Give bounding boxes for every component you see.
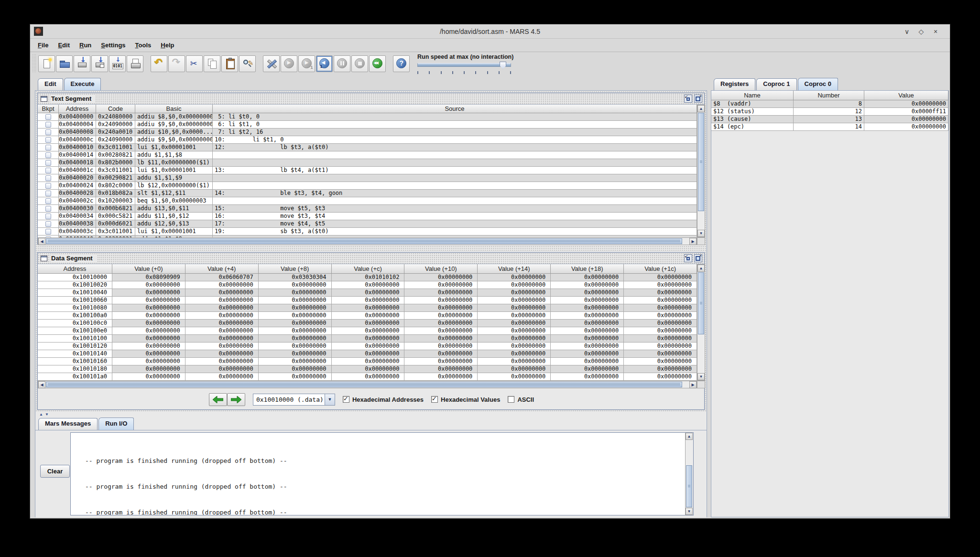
value-cell[interactable]: 0x00000000 — [404, 373, 478, 381]
value-cell[interactable]: 0x00000000 — [624, 274, 697, 281]
value-cell[interactable]: 0x00000000 — [332, 335, 405, 343]
breakpoint-checkbox[interactable] — [45, 214, 51, 219]
value-cell[interactable]: 0x00000000 — [112, 281, 185, 289]
value-cell[interactable]: 0x00000000 — [185, 304, 259, 312]
splitter-expand-icon[interactable]: ▼ — [45, 412, 49, 417]
code-cell[interactable]: 0x018b082a — [96, 190, 135, 197]
data-segment-title-bar[interactable]: Data Segment ↙ ↗ — [38, 253, 704, 264]
column-header-value-1[interactable]: Value (+0) — [112, 264, 185, 274]
breakpoint-checkbox[interactable] — [45, 229, 51, 235]
column-header-value-2[interactable]: Value (+4) — [185, 264, 259, 274]
breakpoint-checkbox[interactable] — [45, 175, 51, 181]
breakpoint-checkbox[interactable] — [45, 183, 51, 189]
value-cell[interactable]: 0x00000000 — [112, 320, 185, 327]
value-cell[interactable]: 0x00000000 — [112, 297, 185, 304]
value-cell[interactable]: 0x00000000 — [185, 335, 259, 343]
value-cell[interactable]: 0x00000000 — [624, 304, 697, 312]
value-cell[interactable]: 0x00000000 — [478, 358, 551, 365]
maximize-icon[interactable]: ↗ — [694, 95, 702, 103]
menu-tools[interactable]: Tools — [131, 39, 156, 52]
value-cell[interactable]: 0x00000000 — [624, 373, 697, 381]
value-cell[interactable]: 0x00000000 — [551, 343, 624, 350]
breakpoint-checkbox[interactable] — [45, 160, 51, 166]
code-cell[interactable]: 0x24090000 — [96, 136, 135, 144]
value-cell[interactable]: 0x00000000 — [259, 289, 332, 297]
copy-button[interactable] — [204, 55, 220, 72]
checkbox-box[interactable] — [508, 396, 514, 403]
value-cell[interactable]: 0x00000000 — [404, 327, 478, 335]
value-cell[interactable]: 0x00000000 — [259, 297, 332, 304]
chevron-down-icon[interactable]: ▼ — [325, 394, 335, 405]
value-cell[interactable]: 0x00000000 — [185, 312, 259, 320]
value-cell[interactable]: 0x00000000 — [624, 343, 697, 350]
basic-cell[interactable]: lb $11,0x00000000($1) — [135, 159, 213, 167]
tab-run-io[interactable]: Run I/O — [98, 418, 134, 430]
column-header-bkpt[interactable]: Bkpt — [38, 105, 59, 113]
column-header-value-3[interactable]: Value (+8) — [259, 264, 332, 274]
redo-button[interactable] — [168, 55, 185, 72]
value-cell[interactable]: 0x00000000 — [551, 281, 624, 289]
value-cell[interactable]: 0x00000000 — [478, 365, 551, 373]
value-cell[interactable]: 0x00000000 — [112, 335, 185, 343]
text-segment-vertical-scrollbar[interactable]: ▲ ▼ — [697, 105, 705, 237]
breakpoint-checkbox[interactable] — [45, 145, 51, 150]
value-cell[interactable]: 0x00000000 — [551, 274, 624, 281]
value-cell[interactable]: 0x00000000 — [112, 304, 185, 312]
value-cell[interactable]: 0x03030304 — [259, 274, 332, 281]
maximize-icon[interactable]: ↗ — [694, 254, 702, 262]
value-cell[interactable]: 0x00000000 — [185, 327, 259, 335]
column-header-value-7[interactable]: Value (+18) — [551, 264, 624, 274]
open-file-button[interactable] — [56, 55, 73, 72]
prev-address-button[interactable] — [209, 393, 227, 406]
reset-button[interactable] — [369, 55, 386, 72]
basic-cell[interactable]: addiu $8,$0,0x00000000 — [135, 113, 213, 121]
value-cell[interactable]: 0x00000000 — [551, 373, 624, 381]
value-cell[interactable]: 0x00000000 — [404, 350, 478, 358]
value-cell[interactable]: 0x00000000 — [112, 343, 185, 350]
value-cell[interactable]: 0x00000000 — [404, 320, 478, 327]
value-cell[interactable]: 0x00000000 — [332, 365, 405, 373]
slider-thumb[interactable] — [500, 62, 506, 69]
breakpoint-checkbox[interactable] — [45, 221, 51, 227]
tab-mars-messages[interactable]: Mars Messages — [38, 418, 98, 430]
value-cell[interactable]: 0x00000000 — [404, 312, 478, 320]
value-cell[interactable]: 0x00000000 — [478, 327, 551, 335]
menu-edit[interactable]: Edit — [53, 39, 75, 52]
value-cell[interactable]: 0x00000000 — [551, 320, 624, 327]
console-output[interactable]: -- program is finished running (dropped … — [70, 432, 694, 515]
value-cell[interactable]: 0x00000000 — [478, 312, 551, 320]
scroll-left-button[interactable]: ◀ — [38, 238, 45, 245]
text-segment-title-bar[interactable]: Text Segment ↙ ↗ — [38, 93, 704, 105]
run-speed-slider[interactable] — [417, 62, 511, 69]
value-cell[interactable]: 0x00000000 — [185, 297, 259, 304]
code-cell[interactable]: 0x3c011001 — [96, 228, 135, 236]
vertical-scroll-thumb[interactable] — [698, 272, 704, 334]
register-value-cell[interactable]: 0x00000000 — [864, 116, 948, 123]
checkbox-hexadecimal-addresses[interactable]: Hexadecimal Addresses — [343, 396, 424, 403]
code-cell[interactable]: 0x3c011001 — [96, 167, 135, 174]
value-cell[interactable]: 0x00000000 — [112, 327, 185, 335]
value-cell[interactable]: 0x00000000 — [259, 343, 332, 350]
code-cell[interactable]: 0x3c011001 — [96, 144, 135, 151]
undo-button[interactable] — [151, 55, 167, 72]
code-cell[interactable]: 0x000b6821 — [96, 205, 135, 213]
value-cell[interactable]: 0x00000000 — [404, 274, 478, 281]
value-cell[interactable]: 0x00000000 — [332, 350, 405, 358]
value-cell[interactable]: 0x00000000 — [624, 320, 697, 327]
value-cell[interactable]: 0x00000000 — [332, 304, 405, 312]
step-button[interactable] — [298, 55, 315, 72]
value-cell[interactable]: 0x00000000 — [551, 350, 624, 358]
code-cell[interactable]: 0x00290821 — [96, 174, 135, 182]
text-segment-horizontal-scrollbar[interactable]: ◀ ▶ — [38, 237, 697, 245]
scroll-right-button[interactable]: ▶ — [689, 238, 697, 245]
value-cell[interactable]: 0x00000000 — [478, 281, 551, 289]
value-cell[interactable]: 0x00000000 — [259, 312, 332, 320]
breakpoint-checkbox[interactable] — [45, 168, 51, 173]
value-cell[interactable]: 0x00000000 — [624, 289, 697, 297]
breakpoint-checkbox[interactable] — [45, 152, 51, 158]
value-cell[interactable]: 0x00000000 — [112, 350, 185, 358]
value-cell[interactable]: 0x00000000 — [624, 335, 697, 343]
value-cell[interactable]: 0x00000000 — [332, 312, 405, 320]
tab-coproc1[interactable]: Coproc 1 — [756, 78, 796, 90]
value-cell[interactable]: 0x00000000 — [112, 365, 185, 373]
